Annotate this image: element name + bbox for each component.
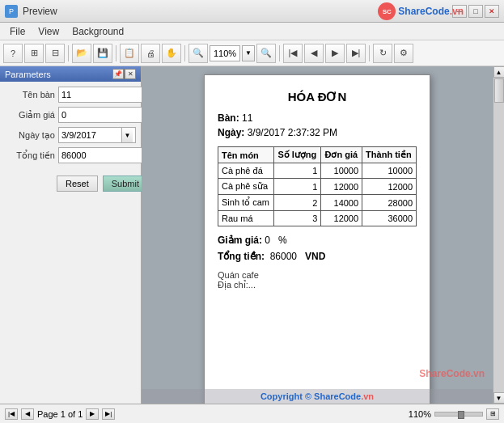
- toolbar-copy[interactable]: 📋: [120, 44, 139, 63]
- toolbar-first[interactable]: |◀: [283, 44, 303, 63]
- toolbar-btn-hand[interactable]: ✋: [162, 44, 181, 63]
- cell-thanh-tien: 10000: [362, 163, 417, 179]
- table-header-row: Tên món Số lượng Đơn giá Thành tiền: [218, 147, 417, 163]
- scroll-up-arrow[interactable]: ▲: [493, 66, 505, 78]
- watermark: ShareCode.vn: [419, 368, 485, 379]
- reset-button[interactable]: Reset: [57, 176, 98, 192]
- cell-don-gia: 12000: [321, 179, 362, 195]
- toolbar-open[interactable]: 📂: [72, 44, 91, 63]
- scroll-thumb[interactable]: [494, 78, 504, 103]
- table-row: Rau má 3 12000 36000: [218, 211, 417, 226]
- toolbar-sep-2: [116, 45, 116, 61]
- zoom-slider[interactable]: [434, 412, 483, 417]
- status-left: |◀ ◀ Page 1 of 1 ▶ ▶|: [5, 408, 115, 420]
- main-area: Parameters 📌 ✕ Tên bàn Giảm giá Ngày tạo…: [0, 66, 504, 404]
- status-right: 110% ⊞: [409, 408, 499, 420]
- summary-giam-gia: Giảm giá: 0 %: [218, 235, 417, 246]
- menu-view[interactable]: View: [32, 24, 66, 39]
- status-bar: |◀ ◀ Page 1 of 1 ▶ ▶| 110% ⊞: [0, 404, 504, 423]
- summary-giam-gia-value: 0: [265, 235, 270, 246]
- panel-title-bar: Parameters 📌 ✕: [0, 66, 141, 82]
- cell-thanh-tien: 28000: [362, 195, 417, 211]
- copyright-text: Copyright © ShareCode: [260, 391, 361, 401]
- ngay-tao-input[interactable]: 3/9/2017 ▼: [58, 127, 136, 143]
- cell-don-gia: 10000: [321, 163, 362, 179]
- page-last-btn[interactable]: ▶|: [102, 408, 115, 420]
- logo-label: ShareCode.vn: [398, 6, 464, 17]
- ban-value: 11: [242, 112, 252, 124]
- invoice-title: HÓA ĐƠN: [218, 90, 417, 104]
- zoom-slider-thumb[interactable]: [458, 411, 464, 419]
- cell-ten-mon: Rau má: [218, 211, 274, 226]
- cell-so-luong: 1: [274, 163, 321, 179]
- cell-don-gia: 14000: [321, 195, 362, 211]
- menu-background[interactable]: Background: [66, 24, 130, 39]
- date-dropdown-icon[interactable]: ▼: [121, 128, 133, 142]
- zoom-dropdown[interactable]: ▼: [242, 45, 255, 61]
- toolbar-settings[interactable]: ⚙: [394, 44, 413, 63]
- window-title: Preview: [23, 6, 57, 17]
- summary-tong-tien-label: Tổng tiền:: [218, 251, 265, 262]
- toolbar-next[interactable]: ▶: [325, 44, 345, 63]
- title-bar-left: P Preview: [5, 5, 57, 18]
- table-row: Sinh tổ cam 2 14000 28000: [218, 195, 417, 211]
- param-buttons: Reset Submit: [0, 172, 141, 192]
- cell-thanh-tien: 12000: [362, 179, 417, 195]
- logo-icon: SC: [378, 2, 396, 20]
- toolbar-btn-3[interactable]: ⊟: [45, 44, 65, 63]
- table-row: Cà phê đá 1 10000 10000: [218, 163, 417, 179]
- col-thanh-tien: Thành tiền: [362, 147, 417, 163]
- param-row-ngay-tao: Ngày tạo 3/9/2017 ▼: [5, 127, 136, 143]
- page-prev-btn[interactable]: ◀: [21, 408, 34, 420]
- cell-thanh-tien: 36000: [362, 211, 417, 226]
- status-zoom-label: 110%: [409, 409, 431, 419]
- param-form: Tên bàn Giảm giá Ngày tạo 3/9/2017 ▼ Tổn…: [0, 82, 141, 172]
- toolbar-print[interactable]: 🖨: [141, 44, 160, 63]
- cell-ten-mon: Cà phê đá: [218, 163, 274, 179]
- menu-file[interactable]: File: [3, 24, 32, 39]
- toolbar-save[interactable]: 💾: [93, 44, 112, 63]
- page-info: Page 1 of 1: [37, 409, 83, 419]
- watermark-text: ShareCode: [419, 368, 470, 379]
- invoice-page: HÓA ĐƠN Bàn: 11 Ngày: 3/9/2017 2:37:32 P…: [204, 74, 430, 404]
- toolbar-zoom-out[interactable]: 🔍: [188, 44, 208, 63]
- cell-don-gia: 12000: [321, 211, 362, 226]
- maximize-button[interactable]: □: [468, 5, 483, 18]
- toolbar-sep-4: [279, 45, 280, 61]
- cell-ten-mon: Sinh tổ cam: [218, 195, 274, 211]
- page-first-btn[interactable]: |◀: [5, 408, 18, 420]
- toolbar-prev[interactable]: ◀: [304, 44, 324, 63]
- tong-tien-label: Tổng tiền: [5, 150, 55, 161]
- toolbar-btn-2[interactable]: ⊞: [24, 44, 44, 63]
- zoom-fit-btn[interactable]: ⊞: [486, 408, 499, 420]
- ngay-label: Ngày:: [218, 127, 244, 138]
- summary-giam-gia-label: Giảm giá:: [218, 235, 262, 246]
- parameters-panel: Parameters 📌 ✕ Tên bàn Giảm giá Ngày tạo…: [0, 66, 142, 404]
- preview-area: HÓA ĐƠN Bàn: 11 Ngày: 3/9/2017 2:37:32 P…: [142, 66, 493, 404]
- footer-line1: Quán cafe: [218, 270, 417, 280]
- cell-ten-mon: Cà phê sữa: [218, 179, 274, 195]
- param-row-ten-ban: Tên bàn: [5, 87, 136, 103]
- page-next-btn[interactable]: ▶: [86, 408, 99, 420]
- scroll-track[interactable]: [493, 78, 505, 392]
- zoom-input[interactable]: 110%: [210, 45, 240, 61]
- panel-title-text: Parameters: [5, 70, 51, 79]
- copyright-bar: Copyright © ShareCode.vn: [142, 389, 493, 404]
- panel-pin-button[interactable]: 📌: [112, 69, 124, 79]
- copyright-domain: .vn: [361, 391, 374, 401]
- col-so-luong: Số lượng: [274, 147, 321, 163]
- toolbar-last[interactable]: ▶|: [346, 44, 366, 63]
- cell-so-luong: 2: [274, 195, 321, 211]
- footer-line2: Địa chỉ:...: [218, 280, 417, 290]
- scroll-down-arrow[interactable]: ▼: [493, 392, 505, 404]
- close-button[interactable]: ✕: [485, 5, 499, 18]
- toolbar-btn-1[interactable]: ?: [3, 44, 23, 63]
- param-row-giam-gia: Giảm giá: [5, 107, 136, 123]
- toolbar-refresh[interactable]: ↻: [373, 44, 392, 63]
- ban-label: Bàn:: [218, 112, 239, 124]
- toolbar-sep-1: [68, 45, 69, 61]
- panel-controls: 📌 ✕: [112, 69, 136, 79]
- toolbar-zoom-in[interactable]: 🔍: [256, 44, 276, 63]
- panel-close-button[interactable]: ✕: [125, 69, 136, 79]
- right-scrollbar[interactable]: ▲ ▼: [493, 66, 504, 404]
